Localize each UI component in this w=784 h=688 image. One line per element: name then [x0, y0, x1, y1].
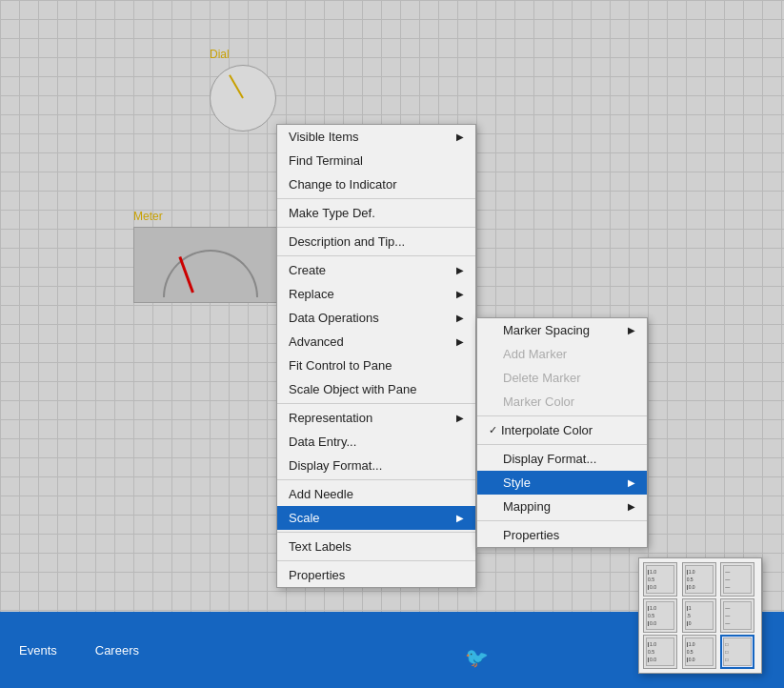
menu-item-label-find-terminal: Find Terminal — [289, 153, 363, 168]
meter-body[interactable] — [133, 227, 286, 303]
arrow-icon-scale-marker-spacing: ▶ — [628, 325, 635, 335]
events-link[interactable]: Events — [19, 643, 57, 658]
menu-item-representation[interactable]: Representation▶ — [277, 406, 475, 430]
scale-pattern-row: 0 — [687, 621, 712, 626]
style-cell-inner-s7: 1.00.50.0 — [646, 637, 674, 666]
scale-label-delete-marker: Delete Marker — [503, 371, 635, 385]
scale-label-style: Style — [503, 476, 628, 490]
menu-item-visible-items[interactable]: Visible Items▶ — [277, 125, 475, 149]
menu-item-label-description-tip: Description and Tip... — [289, 234, 405, 249]
scale-label-properties2: Properties — [503, 528, 635, 542]
submenu-scale: Marker Spacing▶Add MarkerDelete MarkerMa… — [476, 317, 648, 548]
scale-pattern-row: 1.0 — [687, 570, 712, 575]
submenu-style: 1.00.50.01.00.50.0 — — —1.00.50.01.50 — … — [638, 557, 762, 674]
style-cell-s6[interactable]: — — — — [720, 598, 754, 633]
menu-item-text-labels[interactable]: Text Labels — [277, 535, 475, 558]
menu-item-label-add-needle: Add Needle — [289, 487, 353, 501]
menu-item-change-to-indicator[interactable]: Change to Indicator — [277, 172, 475, 196]
arrow-icon-scale-style: ▶ — [628, 477, 635, 488]
menu-item-scale[interactable]: Scale▶ — [277, 506, 475, 530]
scale-pattern-row: 1.0 — [648, 606, 673, 611]
style-cell-inner-s3: — — — — [723, 565, 752, 594]
scale-value-label: — — [725, 577, 730, 582]
tick-mark — [648, 658, 649, 662]
scale-label-interpolate-color: Interpolate Color — [501, 423, 635, 437]
scale-pattern-row: .5 — [687, 614, 712, 618]
arrow-icon-advanced: ▶ — [456, 336, 464, 347]
menu-item-label-change-to-indicator: Change to Indicator — [289, 177, 396, 192]
scale-item-interpolate-color[interactable]: ✓Interpolate Color — [477, 418, 647, 442]
scale-value-label: 0.0 — [689, 585, 695, 590]
scale-pattern-row: 1.0 — [648, 570, 673, 575]
menu-item-data-operations[interactable]: Data Operations▶ — [277, 306, 475, 330]
scale-pattern-row: 0.0 — [648, 585, 673, 590]
menu-item-label-make-type-def: Make Type Def. — [289, 206, 375, 220]
menu-item-label-data-entry: Data Entry... — [289, 435, 356, 449]
style-cell-s8[interactable]: 1.00.50.0 — [682, 635, 716, 669]
menu-item-fit-control[interactable]: Fit Control to Pane — [277, 354, 475, 377]
dial-circle[interactable] — [210, 65, 276, 132]
scale-value-label: — — [725, 570, 730, 575]
scale-value-label: — — [725, 585, 730, 590]
menu-item-display-format[interactable]: Display Format... — [277, 454, 475, 477]
scale-value-label: 0 — [689, 621, 692, 626]
menu-item-label-properties: Properties — [289, 568, 345, 582]
scale-separator — [477, 415, 647, 416]
scale-value-label: □ — [725, 658, 728, 662]
scale-value-label: 1.0 — [689, 570, 695, 575]
menu-item-properties[interactable]: Properties — [277, 563, 475, 587]
scale-item-style[interactable]: Style▶ — [477, 471, 647, 495]
arrow-icon-data-operations: ▶ — [456, 313, 464, 323]
scale-value-label: 1.0 — [650, 642, 656, 647]
style-cell-s1[interactable]: 1.00.50.0 — [643, 562, 677, 597]
style-cell-s3[interactable]: — — — — [720, 562, 754, 597]
scale-item-add-marker: Add Marker — [477, 342, 647, 366]
menu-item-label-data-operations: Data Operations — [289, 311, 379, 325]
scale-value-label: 1.0 — [650, 606, 656, 611]
style-cell-inner-s9: □ □ □ — [723, 637, 752, 666]
menu-separator — [277, 255, 475, 256]
scale-item-properties2[interactable]: Properties — [477, 523, 647, 547]
scale-value-label: 1.0 — [689, 642, 695, 647]
scale-item-marker-color: Marker Color — [477, 390, 647, 414]
scale-pattern-row: □ — [725, 658, 750, 662]
dial-label: Dial — [210, 48, 276, 61]
tick-mark — [687, 606, 688, 611]
scale-value-label: 0.0 — [650, 585, 656, 590]
scale-item-display-format2[interactable]: Display Format... — [477, 447, 647, 471]
menu-item-create[interactable]: Create▶ — [277, 258, 475, 282]
scale-item-mapping[interactable]: Mapping▶ — [477, 495, 647, 518]
checkmark-icon: ✓ — [489, 424, 497, 436]
scale-label-add-marker: Add Marker — [503, 347, 635, 361]
menu-separator — [277, 198, 475, 199]
menu-item-advanced[interactable]: Advanced▶ — [277, 330, 475, 354]
menu-item-scale-object[interactable]: Scale Object with Pane — [277, 377, 475, 401]
style-cell-inner-s6: — — — — [723, 601, 752, 630]
scale-item-marker-spacing[interactable]: Marker Spacing▶ — [477, 318, 647, 342]
style-cell-s4[interactable]: 1.00.50.0 — [643, 598, 677, 633]
scale-value-label: □ — [725, 650, 728, 655]
tick-mark — [648, 642, 649, 647]
style-cell-s9[interactable]: □ □ □ — [720, 635, 754, 669]
style-cell-s5[interactable]: 1.50 — [682, 598, 716, 633]
scale-value-label: 0.5 — [687, 650, 694, 655]
menu-item-replace[interactable]: Replace▶ — [277, 282, 475, 306]
menu-item-find-terminal[interactable]: Find Terminal — [277, 149, 475, 172]
menu-item-add-needle[interactable]: Add Needle — [277, 482, 475, 506]
careers-link[interactable]: Careers — [95, 643, 139, 658]
menu-item-description-tip[interactable]: Description and Tip... — [277, 230, 475, 253]
scale-value-label: 0.5 — [648, 614, 654, 618]
scale-value-label: 0.0 — [689, 658, 695, 662]
menu-item-label-create: Create — [289, 263, 326, 277]
style-cell-s7[interactable]: 1.00.50.0 — [643, 635, 677, 669]
style-cell-s2[interactable]: 1.00.50.0 — [682, 562, 716, 597]
menu-item-label-text-labels: Text Labels — [289, 539, 352, 554]
scale-pattern-row: 0.0 — [687, 585, 712, 590]
menu-item-data-entry[interactable]: Data Entry... — [277, 430, 475, 454]
scale-pattern-row: 0.0 — [648, 658, 673, 662]
scale-value-label: 0.0 — [650, 621, 656, 626]
scale-label-mapping: Mapping — [503, 499, 628, 514]
menu-item-make-type-def[interactable]: Make Type Def. — [277, 201, 475, 225]
style-cell-inner-s4: 1.00.50.0 — [646, 601, 674, 630]
scale-pattern-row: 0.5 — [648, 650, 673, 655]
